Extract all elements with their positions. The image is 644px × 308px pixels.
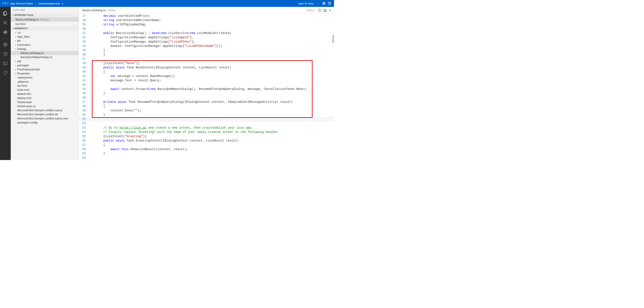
code-line[interactable]: 45 } <box>79 91 334 95</box>
compare-button[interactable] <box>322 8 327 13</box>
code-line[interactable]: 27 decimal userSelectedPrice; <box>79 14 334 18</box>
user-name-label: Sam El-Anis <box>298 2 314 5</box>
line-content: public BasicLuisDialog() : base(new Luis… <box>89 31 334 35</box>
code-line[interactable]: 52 <box>79 121 334 126</box>
line-content: private async Task ResumeAfterQnAQueryDi… <box>89 100 334 104</box>
code-line[interactable]: 34 domain: ConfigurationManager.AppSetti… <box>79 44 334 48</box>
code-line[interactable]: 32 ConfigurationManager.AppSettings["Lui… <box>79 35 334 40</box>
code-line[interactable]: 42 message.Text = result.Query; <box>79 78 334 83</box>
line-number: 35 <box>79 48 89 53</box>
settings-button[interactable] <box>322 1 326 6</box>
tree-folder[interactable]: ▸Properties <box>11 71 79 75</box>
code-line[interactable]: 44 await context.Forward(new BasicQnAMak… <box>79 87 334 91</box>
code-line[interactable]: 47 private async Task ResumeAfterQnAQuer… <box>79 100 334 104</box>
tree-file[interactable]: default.htm <box>11 92 79 96</box>
code-line[interactable]: 59 } <box>79 151 334 156</box>
activity-explorer[interactable] <box>0 9 11 18</box>
activity-bar <box>0 7 11 160</box>
code-line[interactable]: 30 <box>79 27 334 31</box>
code-line[interactable]: 48 { <box>79 104 334 108</box>
line-number: 60 <box>79 156 89 160</box>
line-number: 36 <box>79 53 89 57</box>
activity-refresh[interactable] <box>0 68 11 78</box>
line-number: 29 <box>79 22 89 27</box>
activity-console[interactable] <box>0 59 11 68</box>
code-line[interactable]: 58 await this.ShowLuisResult(context, re… <box>79 147 334 151</box>
code-line[interactable]: 56 public async Task GreetingIntent(IDia… <box>79 138 334 143</box>
code-line[interactable]: 28 string userSelectedMerchantName; <box>79 18 334 22</box>
code-line[interactable]: 53 // Go to https://luis.ai and create a… <box>79 126 334 130</box>
tree-file[interactable]: .gitignore <box>11 80 79 84</box>
code-line[interactable]: 46 <box>79 95 334 100</box>
tree-file[interactable]: Microsoft.Bot.Sample.LuisBot.sln <box>11 112 79 116</box>
code-line[interactable]: 31 public BasicLuisDialog() : base(new L… <box>79 31 334 35</box>
tab-filename: BasicLuisDialog.cs <box>82 9 106 12</box>
help-icon <box>328 2 331 5</box>
tree-file[interactable]: BasicQnAMakerDialog.cs <box>11 55 79 59</box>
tree-file[interactable]: Microsoft.Bot.Sample.LuisBot.csproj <box>11 108 79 112</box>
line-number: 34 <box>79 44 89 48</box>
terminal-icon <box>3 61 8 66</box>
code-line[interactable]: 43 <box>79 83 334 87</box>
tree-file[interactable]: Global.asax.cs <box>11 104 79 108</box>
line-content: message.Text = result.Query; <box>89 78 334 83</box>
site-dropdown[interactable]: contosoexpenses ▾ <box>38 2 63 5</box>
activity-git[interactable] <box>0 28 11 37</box>
line-number: 32 <box>79 35 89 40</box>
tree-folder[interactable]: ▸App_Start <box>11 35 79 39</box>
code-line[interactable]: 49 context.Done(""); <box>79 108 334 113</box>
code-line[interactable]: 60 <box>79 156 334 160</box>
line-content: decimal userSelectedPrice; <box>89 14 334 18</box>
tree-file[interactable]: Global.asax <box>11 100 79 104</box>
tree-folder[interactable]: ▸.vs <box>11 31 79 35</box>
code-line[interactable]: 35 { <box>79 48 334 53</box>
help-button[interactable] <box>327 1 332 6</box>
working-files-header[interactable]: ▾ WORKING FILES <box>11 13 79 17</box>
code-line[interactable]: 29 string urlOfUploadedImg; <box>79 22 334 27</box>
code-line[interactable]: 57 { <box>79 143 334 147</box>
wwwroot-header[interactable]: ▾ WWWROOT <box>11 26 79 31</box>
scrollbar-thumb[interactable] <box>332 35 334 43</box>
editor-scrollbar[interactable] <box>331 14 334 160</box>
tree-file[interactable]: Microsoft.Bot.Sample.LuisBot.csproj.user <box>11 116 79 120</box>
tree-file[interactable]: BasicLuisDialog.cs <box>11 51 79 55</box>
code-line[interactable]: 36 } <box>79 53 334 57</box>
line-content: ConfigurationManager.AppSettings["LuisAP… <box>89 40 334 44</box>
code-line[interactable]: 33 ConfigurationManager.AppSettings["Lui… <box>79 40 334 44</box>
tab-bar: BasicLuisDialog.cs Dialogs SAVED <box>79 7 334 14</box>
activity-search[interactable] <box>0 18 11 28</box>
split-editor-button[interactable] <box>317 8 322 13</box>
editor-tab[interactable]: BasicLuisDialog.cs Dialogs <box>81 9 118 12</box>
tree-folder[interactable]: ▸PostDeployScripts <box>11 67 79 71</box>
tree-file[interactable]: deploy.cmd <box>11 96 79 100</box>
working-file[interactable]: bot.html <box>11 22 79 26</box>
code-line[interactable]: 54 // Finally replace "Greeting" with th… <box>79 130 334 134</box>
code-line[interactable]: 51 <box>79 117 334 121</box>
code-line[interactable]: 55 [LuisIntent("Greeting")] <box>79 134 334 138</box>
code-line[interactable]: 37 <box>79 57 334 61</box>
line-content: public async Task GreetingIntent(IDialog… <box>89 138 334 143</box>
tree-folder[interactable]: ▾Dialogs <box>11 47 79 51</box>
close-tab-button[interactable] <box>328 8 332 13</box>
activity-run[interactable] <box>0 40 11 49</box>
chevron-right-icon: ▸ <box>14 40 17 42</box>
tree-folder[interactable]: ▸bin <box>11 39 79 43</box>
working-file[interactable]: BasicLuisDialog.csDialogs <box>11 17 79 22</box>
topbar-separator: | <box>36 2 36 5</box>
code-line[interactable]: 38 [LuisIntent("None")] <box>79 61 334 65</box>
tree-file[interactable]: build.cmd <box>11 88 79 92</box>
code-editor[interactable]: 27 decimal userSelectedPrice;28 string u… <box>79 14 334 160</box>
code-line[interactable]: 50 } <box>79 113 334 117</box>
chevron-down-icon: ▾ <box>12 27 14 30</box>
tree-file[interactable]: bot.html <box>11 84 79 88</box>
line-number: 50 <box>79 113 89 117</box>
code-line[interactable]: 39 public async Task NoneIntent(IDialogC… <box>79 65 334 70</box>
tree-folder[interactable]: ▸obj <box>11 59 79 63</box>
code-line[interactable]: 40 { <box>79 70 334 74</box>
tree-folder[interactable]: ▸Controllers <box>11 43 79 47</box>
code-line[interactable]: 41 var message = context.MakeMessage(); <box>79 74 334 78</box>
activity-open[interactable] <box>0 49 11 59</box>
tree-folder[interactable]: ▸packages <box>11 63 79 67</box>
tree-file[interactable]: .deployment <box>11 75 79 80</box>
tree-file[interactable]: packages.config <box>11 120 79 124</box>
